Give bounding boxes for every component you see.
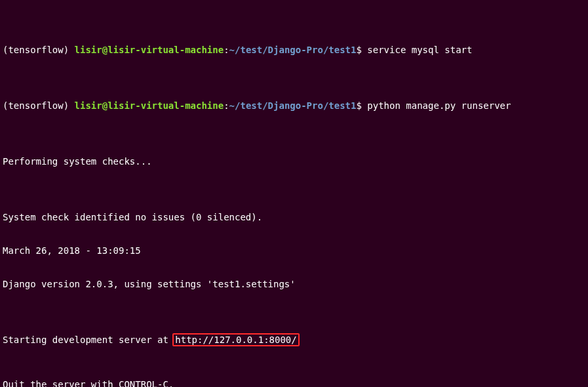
output-line: March 26, 2018 - 13:09:15 [3, 245, 585, 256]
output-line: Performing system checks... [3, 156, 585, 167]
venv-name: (tensorflow) [3, 100, 75, 111]
terminal[interactable]: (tensorflow) lisir@lisir-virtual-machine… [0, 0, 588, 387]
output-line: System check identified no issues (0 sil… [3, 212, 585, 223]
prompt-symbol: $ [356, 45, 367, 55]
colon: : [224, 100, 229, 111]
user-host: lisir@lisir-virtual-machine [75, 45, 224, 55]
prompt-line: (tensorflow) lisir@lisir-virtual-machine… [3, 100, 585, 112]
dev-server-prefix: Starting development server at [3, 335, 174, 345]
quit-hint: Quit the server with CONTROL-C. [3, 379, 585, 387]
venv-name: (tensorflow) [3, 45, 75, 55]
output-line: Django version 2.0.3, using settings 'te… [3, 279, 585, 290]
dev-server-url-highlight: http://127.0.0.1:8000/ [172, 333, 299, 346]
colon: : [224, 45, 229, 55]
command-text: service mysql start [367, 45, 472, 55]
prompt-symbol: $ [356, 100, 367, 111]
cwd-path: ~/test/Django-Pro/test1 [229, 45, 357, 55]
user-host: lisir@lisir-virtual-machine [75, 100, 224, 111]
cwd-path: ~/test/Django-Pro/test1 [229, 100, 357, 111]
dev-server-line: Starting development server at http://12… [3, 335, 585, 346]
command-text: python manage.py runserver [367, 100, 511, 111]
prompt-line: (tensorflow) lisir@lisir-virtual-machine… [3, 45, 585, 56]
